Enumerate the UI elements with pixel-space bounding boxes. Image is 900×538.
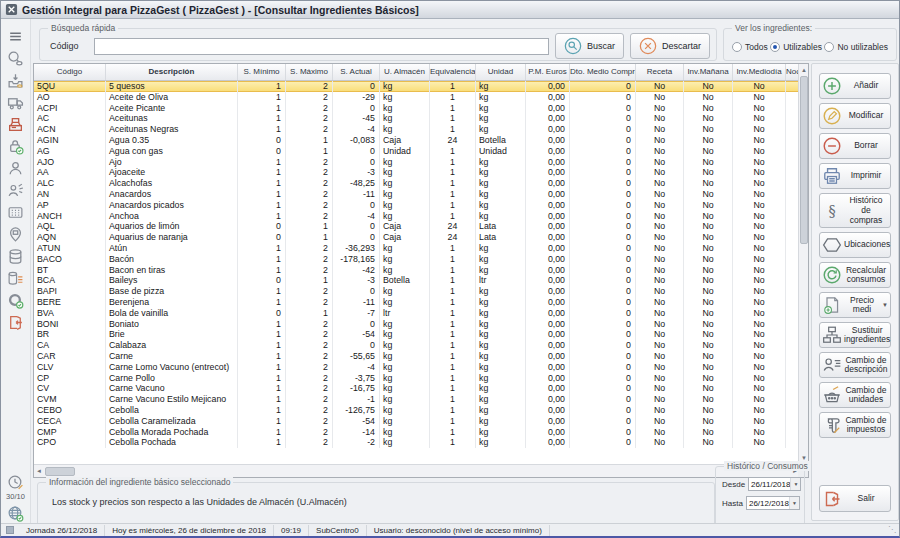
column-header-descripci-n[interactable]: Descripción (106, 64, 238, 80)
cambio-unidades-button[interactable]: Cambio de unidades (819, 382, 891, 408)
recalcular-consumos-button[interactable]: Recalcular consumos (819, 262, 891, 288)
historico-compras-button[interactable]: §Histórico de compras (819, 193, 891, 228)
table-row[interactable]: CACalabaza120kg1kg0,000NoNoNo (34, 340, 800, 351)
anadir-button[interactable]: Añadir (819, 73, 891, 99)
column-header-inv-ma-ana[interactable]: Inv.Mañana (684, 64, 733, 80)
salir-button[interactable]: Salir (819, 485, 891, 512)
table-row[interactable]: ACAceitunas12-45kg1kg0,000NoNoNo (34, 113, 800, 124)
table-row[interactable]: ACPIAceite Picante120kg1kg0,000NoNoNo (34, 103, 800, 114)
user-icon[interactable] (5, 159, 27, 178)
table-row[interactable]: 5QU5 quesos120kg1kg0,000NoNoNo (34, 81, 800, 92)
table-row[interactable]: BTBacon en tiras12-42kg1kg0,000NoNoNo (34, 265, 800, 276)
vertical-scroll-thumb[interactable] (800, 76, 808, 244)
table-row[interactable]: CPCarne Pollo12-3,75kg1kg0,000NoNoNo (34, 373, 800, 384)
table-cell: No (733, 211, 786, 222)
table-row[interactable]: AQNAquarius de naranja010Caja24Lata0,000… (34, 232, 800, 243)
horizontal-scroll-thumb[interactable] (45, 467, 75, 476)
keypad-icon[interactable] (5, 203, 27, 222)
chevron-down-icon[interactable]: ▼ (789, 497, 799, 509)
map-pin-icon[interactable] (5, 225, 27, 244)
table-row[interactable]: CLVCarne Lomo Vacuno (entrecot)12-4kg1kg… (34, 362, 800, 373)
column-header-inv-mediod-a[interactable]: Inv.Mediodía (733, 64, 786, 80)
column-header-u-almac-n[interactable]: U. Almacén (380, 64, 430, 80)
column-header-unidad[interactable]: Unidad (476, 64, 526, 80)
borrar-button[interactable]: Borrar (819, 133, 891, 159)
precio-medio-button[interactable]: Precio medi▼ (819, 292, 891, 318)
column-header-s-actual[interactable]: S. Actual (333, 64, 380, 80)
column-header-s-m-ximo[interactable]: S. Máximo (286, 64, 333, 80)
hasta-select[interactable]: 26/12/2018 ▼ (746, 496, 800, 510)
ring-check-icon[interactable] (5, 291, 27, 310)
globe-check-icon[interactable] (5, 504, 27, 523)
table-cell: No (733, 416, 786, 427)
user-hand-icon[interactable] (5, 181, 27, 200)
sustituir-ingredientes-button[interactable]: Sustituir ingredientes (819, 322, 891, 348)
table-row[interactable]: ANAnacardos12-11kg1kg0,000NoNoNo (34, 189, 800, 200)
table-row[interactable]: AQLAquarios de limón010Caja24Lata0,000No… (34, 221, 800, 232)
table-row[interactable]: CMPCebolla Morada Pochada12-14kg1kg0,000… (34, 427, 800, 438)
descartar-button[interactable]: Descartar (630, 33, 710, 59)
table-row[interactable]: APAnacardos picados120kg1kg0,000NoNoNo (34, 200, 800, 211)
table-row[interactable]: CEBOCebolla12-126,75kg1kg0,000NoNoNo (34, 405, 800, 416)
search-coin-icon[interactable] (5, 49, 27, 68)
chevron-down-icon[interactable]: ▼ (790, 478, 800, 490)
column-header-p-m-euros[interactable]: P.M. Euros (526, 64, 570, 80)
table-row[interactable]: CARCarne12-55,65kg1kg0,000NoNoNo (34, 351, 800, 362)
radio-utilizables[interactable]: Utilizables (770, 42, 822, 52)
database-lines-icon[interactable] (5, 269, 27, 288)
table-row[interactable]: CECACebolla Caramelizada12-54kg1kg0,000N… (34, 416, 800, 427)
table-row[interactable]: AGAgua con gas010Unidad1Unidad0,000NoNoN… (34, 146, 800, 157)
clock-edit-icon[interactable]: 30/10 (5, 474, 27, 501)
scroll-up-icon[interactable]: ▲ (799, 65, 809, 75)
table-cell: Aquarius de naranja (106, 232, 238, 243)
table-row[interactable]: BAPIBase de pizza120kg1kg0,000NoNoNo (34, 286, 800, 297)
resize-grip[interactable]: ⋱ (888, 525, 896, 535)
inbox-tray-icon[interactable] (5, 71, 27, 90)
column-header-equivalencia[interactable]: Equivalencia (430, 64, 476, 80)
table-row[interactable]: AGINAgua 0.3501-0,083Caja24Botella0,000N… (34, 135, 800, 146)
table-row[interactable]: AAAjoaceite12-3kg1kg0,000NoNoNo (34, 167, 800, 178)
column-header-s-m-nimo[interactable]: S. Mínimo (238, 64, 286, 80)
table-cell: Caja (380, 221, 430, 232)
table-cell: 0 (570, 416, 636, 427)
imprimir-button[interactable]: Imprimir (819, 163, 891, 189)
delivery-truck-icon[interactable] (5, 93, 27, 112)
cambio-descripcion-button[interactable]: Cambio de descripción (819, 352, 891, 378)
table-row[interactable]: ACNAceitunas Negras12-4kg1kg0,000NoNoNo (34, 124, 800, 135)
table-row[interactable]: BACOBacón12-178,165kg1kg0,000NoNoNo (34, 254, 800, 265)
horizontal-scrollbar[interactable]: ◄ ► (34, 464, 800, 477)
desde-select[interactable]: 26/11/2018 ▼ (748, 477, 801, 491)
column-header-dto-medio-compra[interactable]: Dto. Medio Compra (570, 64, 636, 80)
vertical-scrollbar[interactable]: ▲ ▼ (798, 64, 808, 464)
database-icon[interactable] (5, 247, 27, 266)
code-input[interactable] (94, 38, 549, 55)
table-row[interactable]: ANCHAnchoa12-4kg1kg0,000NoNoNo (34, 211, 800, 222)
table-row[interactable]: BCABaileys01-3Botella1ltr0,000NoNoNo (34, 275, 800, 286)
table-row[interactable]: BONIBoniato120kg1kg0,000NoNoNo (34, 319, 800, 330)
table-row[interactable]: BEREBerenjena12-11kg1kg0,000NoNoNo (34, 297, 800, 308)
table-row[interactable]: AOAceite de Oliva12-29kg1kg0,000NoNoNo (34, 92, 800, 103)
modificar-button[interactable]: Modificar (819, 103, 891, 129)
buscar-button[interactable]: Buscar (555, 33, 624, 59)
padlock-check-icon[interactable] (5, 137, 27, 156)
radio-todos[interactable]: Todos (732, 42, 768, 52)
table-cell: CMP (34, 427, 106, 438)
ubicaciones-button[interactable]: Ubicaciones (819, 232, 891, 258)
table-row[interactable]: BVABola de vainilla01-7ltr1kg0,000NoNoNo (34, 308, 800, 319)
cash-register-icon[interactable] (5, 115, 27, 134)
table-row[interactable]: CVMCarne Vacuno Estilo Mejicano12-1kg1kg… (34, 394, 800, 405)
exit-door-icon[interactable] (5, 313, 27, 332)
menu-icon[interactable] (5, 27, 27, 46)
table-row[interactable]: CPOCebolla Pochada12-2kg1kg0,000NoNoNo (34, 437, 800, 448)
table-row[interactable]: ALCAlcachofas12-48,25kg1kg0,000NoNoNo (34, 178, 800, 189)
scroll-left-icon[interactable]: ◄ (34, 466, 44, 476)
table-row[interactable]: ATUNAtún12-36,293kg1kg0,000NoNoNo (34, 243, 800, 254)
cambio-impuestos-button[interactable]: Cambio de impuestos (819, 412, 891, 438)
table-row[interactable]: CVCarne Vacuno12-16,75kg1kg0,000NoNoNo (34, 383, 800, 394)
table-row[interactable]: AJOAjo120kg1kg0,000NoNoNo (34, 157, 800, 168)
column-header-c-digo[interactable]: Código (34, 64, 106, 80)
table-row[interactable]: BRBrie12-54kg1kg0,000NoNoNo (34, 329, 800, 340)
column-header-receta[interactable]: Receta (636, 64, 684, 80)
radio-no-utilizables[interactable]: No utilizables (824, 42, 888, 52)
table-cell: Unidad (476, 146, 526, 157)
